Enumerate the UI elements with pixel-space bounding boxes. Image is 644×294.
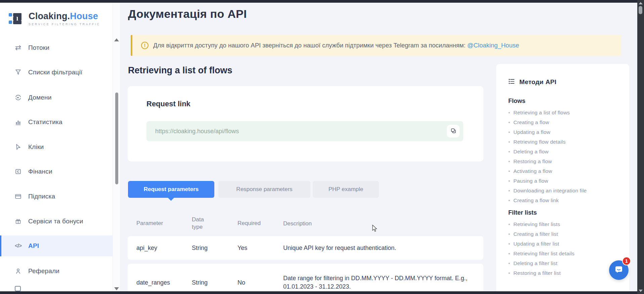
sidebar-scrollbar[interactable] <box>113 3 120 291</box>
brand-logo[interactable]: Cloaking.House SERVICE FILTERING TRAFFIC <box>9 11 100 26</box>
cursor-icon <box>14 143 22 151</box>
code-icon: </> <box>14 243 22 249</box>
partial-sidebar-icon <box>15 286 21 291</box>
sidebar-item-api[interactable]: </> API <box>0 235 113 256</box>
method-link[interactable]: •Updating a filter list <box>508 239 620 249</box>
cell-data-type: String <box>192 279 238 286</box>
method-link[interactable]: •Creating a filter list <box>508 229 620 239</box>
api-methods-panel: Методи API Flows •Retrieving a list of f… <box>496 64 629 291</box>
sidebar-item-statistics[interactable]: Статистика <box>0 113 113 132</box>
method-link[interactable]: •Restoring a filter list <box>508 268 620 278</box>
sync-icon: ⇄ <box>14 44 22 51</box>
methods-panel-title: Методи API <box>519 78 556 86</box>
chat-bubble-icon <box>614 264 624 276</box>
tab-response-parameters[interactable]: Response parameters <box>218 181 310 198</box>
method-link[interactable]: •Retrieving a list of flows <box>508 108 620 117</box>
cell-required: Yes <box>238 245 283 252</box>
sidebar: Cloaking.House SERVICE FILTERING TRAFFIC… <box>0 3 113 291</box>
warning-icon: ! <box>141 42 148 49</box>
sidebar-item-referrals[interactable]: Реферали <box>0 262 113 281</box>
sidebar-item-clicks[interactable]: Кліки <box>0 138 113 156</box>
tab-request-parameters[interactable]: Request parameters <box>128 181 214 198</box>
cell-parameter: api_key <box>136 245 192 252</box>
request-url-field[interactable]: https://cloaking.house/api/flows <box>146 121 463 141</box>
sidebar-item-filter-lists[interactable]: Списки фільтрації <box>0 63 113 82</box>
table-header-row: Parameter Data type Required Description <box>128 214 483 233</box>
person-icon <box>14 267 22 275</box>
sidebar-scrollbar-thumb[interactable] <box>115 93 118 184</box>
page-title: Документація по API <box>128 7 247 21</box>
info-banner: ! Для відкриття доступу до нашого API зв… <box>131 35 621 56</box>
sidebar-item-domains[interactable]: Домени <box>0 88 113 107</box>
request-link-title: Request link <box>146 100 190 108</box>
bar-chart-icon <box>14 118 22 126</box>
method-link[interactable]: •Deleting a filter list <box>508 258 620 268</box>
cell-parameter: date_ranges <box>136 279 192 286</box>
window-scrollbar[interactable] <box>637 0 644 294</box>
col-header-required: Required <box>238 220 283 227</box>
app-window: Cloaking.House SERVICE FILTERING TRAFFIC… <box>0 3 637 291</box>
scroll-down-arrow-icon[interactable] <box>114 287 119 290</box>
method-link[interactable]: •Retrieving filter lists <box>508 219 620 229</box>
col-header-parameter: Parameter <box>136 220 192 227</box>
methods-section-filter-lists: Filter lists <box>508 209 620 216</box>
copy-icon <box>450 127 457 135</box>
cell-required: No <box>238 279 283 286</box>
cell-description: Date range for filtering in DD.MM.YYYY -… <box>283 274 483 291</box>
domains-icon <box>14 94 22 101</box>
method-link[interactable]: •Updating a flow <box>508 127 620 137</box>
table-row: date_ranges String No Date range for fil… <box>128 264 483 291</box>
scroll-up-arrow-icon[interactable] <box>114 38 119 41</box>
gift-icon <box>14 218 22 225</box>
cell-description: Unique API key for request authenticatio… <box>283 244 483 252</box>
sidebar-item-subscription[interactable]: Підписка <box>0 187 113 206</box>
brand-logo-icon <box>9 11 24 26</box>
method-link[interactable]: •Downloading an integration file <box>508 186 620 195</box>
brand-tagline: SERVICE FILTERING TRAFFIC <box>29 23 100 26</box>
finance-icon <box>14 168 22 175</box>
brand-name: Cloaking.House <box>29 11 100 22</box>
telegram-link[interactable]: @Cloaking_House <box>467 42 519 49</box>
request-link-card: Request link https://cloaking.house/api/… <box>128 86 483 161</box>
banner-text: Для відкриття доступу до нашого API звер… <box>153 42 519 49</box>
active-tab-pointer <box>168 198 174 201</box>
window-scroll-up-icon[interactable] <box>639 2 643 4</box>
method-link[interactable]: •Creating a flow link <box>508 195 620 205</box>
table-row: api_key String Yes Unique API key for re… <box>128 236 483 260</box>
methods-section-flows: Flows <box>508 98 620 105</box>
list-icon <box>508 78 515 86</box>
method-link[interactable]: •Restoring a flow <box>508 156 620 166</box>
method-link[interactable]: •Retrieving filter list details <box>508 249 620 258</box>
funnel-icon <box>14 69 22 76</box>
col-header-description: Description <box>283 219 483 228</box>
window-scroll-down-icon[interactable] <box>639 290 643 292</box>
method-link[interactable]: •Creating a flow <box>508 117 620 127</box>
col-header-data-type: Data type <box>192 216 238 231</box>
method-link[interactable]: •Activating a flow <box>508 166 620 176</box>
sidebar-item-services-bonuses[interactable]: Сервіси та бонуси <box>0 212 113 231</box>
method-link[interactable]: •Deleting a flow <box>508 147 620 156</box>
cell-data-type: String <box>192 245 238 252</box>
section-heading: Retrieving a list of flows <box>128 65 232 76</box>
credit-card-icon <box>14 193 22 200</box>
method-link[interactable]: •Retrieving flow details <box>508 137 620 147</box>
mouse-cursor <box>372 225 378 233</box>
sidebar-item-finances[interactable]: Фінанси <box>0 162 113 181</box>
request-url-value: https://cloaking.house/api/flows <box>155 121 239 141</box>
copy-button[interactable] <box>447 125 460 138</box>
sidebar-item-flows[interactable]: ⇄ Потоки <box>0 38 113 57</box>
tab-php-example[interactable]: PHP example <box>313 181 379 198</box>
method-link[interactable]: •Pausing a flow <box>508 176 620 186</box>
window-scrollbar-thumb[interactable] <box>639 6 642 14</box>
chat-notification-badge: 1 <box>622 257 631 265</box>
